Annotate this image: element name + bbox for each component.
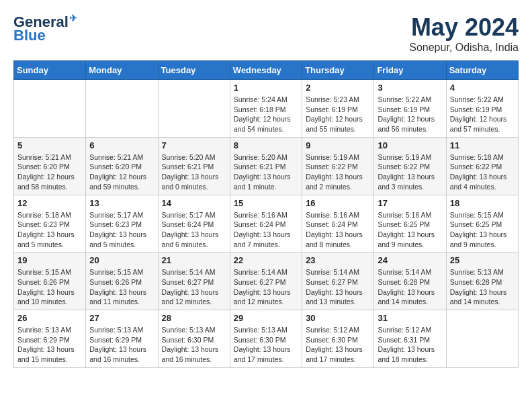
day-number: 30 — [306, 313, 370, 323]
day-info: Sunrise: 5:21 AM Sunset: 6:20 PM Dayligh… — [89, 152, 154, 192]
day-info: Sunrise: 5:18 AM Sunset: 6:22 PM Dayligh… — [450, 152, 515, 192]
day-info: Sunrise: 5:13 AM Sunset: 6:29 PM Dayligh… — [17, 325, 82, 365]
weekday-header-sunday: Sunday — [14, 61, 86, 80]
calendar-cell: 1Sunrise: 5:24 AM Sunset: 6:18 PM Daylig… — [230, 80, 302, 138]
day-number: 15 — [234, 198, 298, 208]
calendar-week-5: 26Sunrise: 5:13 AM Sunset: 6:29 PM Dayli… — [14, 310, 519, 368]
day-number: 23 — [306, 255, 370, 265]
day-info: Sunrise: 5:15 AM Sunset: 6:26 PM Dayligh… — [17, 267, 82, 307]
day-info: Sunrise: 5:23 AM Sunset: 6:19 PM Dayligh… — [306, 95, 370, 134]
calendar-cell: 6Sunrise: 5:21 AM Sunset: 6:20 PM Daylig… — [86, 137, 158, 195]
day-number: 31 — [378, 313, 442, 323]
calendar-cell: 26Sunrise: 5:13 AM Sunset: 6:29 PM Dayli… — [14, 310, 86, 368]
calendar-week-2: 5Sunrise: 5:21 AM Sunset: 6:20 PM Daylig… — [14, 137, 519, 195]
calendar-cell: 8Sunrise: 5:20 AM Sunset: 6:21 PM Daylig… — [230, 137, 302, 195]
calendar-cell: 7Sunrise: 5:20 AM Sunset: 6:21 PM Daylig… — [158, 137, 230, 195]
logo-bird-icon: ✈ — [69, 13, 77, 24]
day-number: 11 — [450, 140, 515, 150]
calendar-cell — [446, 310, 518, 368]
calendar-cell — [158, 80, 230, 138]
calendar-cell: 11Sunrise: 5:18 AM Sunset: 6:22 PM Dayli… — [446, 137, 518, 195]
title-block: May 2024 Sonepur, Odisha, India — [409, 13, 519, 54]
day-number: 12 — [17, 198, 82, 208]
day-number: 19 — [17, 255, 82, 265]
calendar-cell: 9Sunrise: 5:19 AM Sunset: 6:22 PM Daylig… — [302, 137, 374, 195]
weekday-header-tuesday: Tuesday — [158, 61, 230, 80]
calendar-cell: 21Sunrise: 5:14 AM Sunset: 6:27 PM Dayli… — [158, 253, 230, 310]
day-number: 28 — [162, 313, 226, 323]
day-number: 4 — [450, 83, 515, 93]
calendar-week-1: 1Sunrise: 5:24 AM Sunset: 6:18 PM Daylig… — [14, 80, 519, 138]
calendar-cell: 25Sunrise: 5:13 AM Sunset: 6:28 PM Dayli… — [446, 253, 518, 310]
day-number: 9 — [306, 140, 370, 150]
calendar-cell: 17Sunrise: 5:16 AM Sunset: 6:25 PM Dayli… — [374, 195, 446, 253]
day-info: Sunrise: 5:20 AM Sunset: 6:21 PM Dayligh… — [162, 152, 226, 192]
day-number: 27 — [89, 313, 154, 323]
calendar-cell: 23Sunrise: 5:14 AM Sunset: 6:27 PM Dayli… — [302, 253, 374, 310]
calendar-cell: 22Sunrise: 5:14 AM Sunset: 6:27 PM Dayli… — [230, 253, 302, 310]
calendar-week-4: 19Sunrise: 5:15 AM Sunset: 6:26 PM Dayli… — [14, 253, 519, 310]
day-number: 24 — [378, 255, 442, 265]
day-info: Sunrise: 5:18 AM Sunset: 6:23 PM Dayligh… — [17, 210, 82, 250]
day-info: Sunrise: 5:13 AM Sunset: 6:30 PM Dayligh… — [162, 325, 226, 365]
day-info: Sunrise: 5:19 AM Sunset: 6:22 PM Dayligh… — [306, 152, 370, 192]
day-info: Sunrise: 5:14 AM Sunset: 6:28 PM Dayligh… — [378, 267, 442, 307]
calendar-cell: 28Sunrise: 5:13 AM Sunset: 6:30 PM Dayli… — [158, 310, 230, 368]
calendar-body: 1Sunrise: 5:24 AM Sunset: 6:18 PM Daylig… — [14, 80, 519, 368]
calendar-header: SundayMondayTuesdayWednesdayThursdayFrid… — [14, 61, 519, 80]
calendar-table: SundayMondayTuesdayWednesdayThursdayFrid… — [13, 60, 519, 368]
day-number: 26 — [17, 313, 82, 323]
day-info: Sunrise: 5:12 AM Sunset: 6:31 PM Dayligh… — [378, 325, 442, 365]
day-number: 16 — [306, 198, 370, 208]
location-title: Sonepur, Odisha, India — [409, 42, 519, 54]
day-number: 21 — [162, 255, 226, 265]
day-number: 14 — [162, 198, 226, 208]
day-info: Sunrise: 5:13 AM Sunset: 6:29 PM Dayligh… — [89, 325, 154, 365]
day-info: Sunrise: 5:12 AM Sunset: 6:30 PM Dayligh… — [306, 325, 370, 365]
day-number: 7 — [162, 140, 226, 150]
day-info: Sunrise: 5:17 AM Sunset: 6:23 PM Dayligh… — [89, 210, 154, 250]
day-number: 13 — [89, 198, 154, 208]
day-number: 1 — [234, 83, 298, 93]
calendar-cell: 5Sunrise: 5:21 AM Sunset: 6:20 PM Daylig… — [14, 137, 86, 195]
day-info: Sunrise: 5:24 AM Sunset: 6:18 PM Dayligh… — [234, 95, 298, 134]
day-info: Sunrise: 5:22 AM Sunset: 6:19 PM Dayligh… — [378, 95, 442, 134]
calendar-cell: 3Sunrise: 5:22 AM Sunset: 6:19 PM Daylig… — [374, 80, 446, 138]
day-info: Sunrise: 5:16 AM Sunset: 6:25 PM Dayligh… — [378, 210, 442, 250]
calendar-cell — [86, 80, 158, 138]
calendar-cell: 29Sunrise: 5:13 AM Sunset: 6:30 PM Dayli… — [230, 310, 302, 368]
day-info: Sunrise: 5:13 AM Sunset: 6:28 PM Dayligh… — [450, 267, 515, 307]
day-number: 29 — [234, 313, 298, 323]
weekday-header-wednesday: Wednesday — [230, 61, 302, 80]
month-title: May 2024 — [409, 13, 519, 42]
calendar-cell: 24Sunrise: 5:14 AM Sunset: 6:28 PM Dayli… — [374, 253, 446, 310]
day-info: Sunrise: 5:14 AM Sunset: 6:27 PM Dayligh… — [162, 267, 226, 307]
day-info: Sunrise: 5:16 AM Sunset: 6:24 PM Dayligh… — [306, 210, 370, 250]
logo-blue: Blue — [13, 27, 46, 44]
page-header: General✈ Blue May 2024 Sonepur, Odisha, … — [13, 13, 519, 54]
calendar-cell: 20Sunrise: 5:15 AM Sunset: 6:26 PM Dayli… — [86, 253, 158, 310]
day-number: 10 — [378, 140, 442, 150]
calendar-cell: 13Sunrise: 5:17 AM Sunset: 6:23 PM Dayli… — [86, 195, 158, 253]
day-info: Sunrise: 5:16 AM Sunset: 6:24 PM Dayligh… — [234, 210, 298, 250]
calendar-cell: 2Sunrise: 5:23 AM Sunset: 6:19 PM Daylig… — [302, 80, 374, 138]
calendar-cell: 12Sunrise: 5:18 AM Sunset: 6:23 PM Dayli… — [14, 195, 86, 253]
calendar-cell: 19Sunrise: 5:15 AM Sunset: 6:26 PM Dayli… — [14, 253, 86, 310]
weekday-header-thursday: Thursday — [302, 61, 374, 80]
day-number: 20 — [89, 255, 154, 265]
calendar-cell: 15Sunrise: 5:16 AM Sunset: 6:24 PM Dayli… — [230, 195, 302, 253]
weekday-header-friday: Friday — [374, 61, 446, 80]
day-info: Sunrise: 5:19 AM Sunset: 6:22 PM Dayligh… — [378, 152, 442, 192]
day-number: 2 — [306, 83, 370, 93]
calendar-cell: 18Sunrise: 5:15 AM Sunset: 6:25 PM Dayli… — [446, 195, 518, 253]
calendar-cell: 31Sunrise: 5:12 AM Sunset: 6:31 PM Dayli… — [374, 310, 446, 368]
weekday-row: SundayMondayTuesdayWednesdayThursdayFrid… — [14, 61, 519, 80]
day-info: Sunrise: 5:15 AM Sunset: 6:26 PM Dayligh… — [89, 267, 154, 307]
logo: General✈ Blue — [13, 13, 77, 44]
weekday-header-monday: Monday — [86, 61, 158, 80]
calendar-cell: 27Sunrise: 5:13 AM Sunset: 6:29 PM Dayli… — [86, 310, 158, 368]
day-info: Sunrise: 5:15 AM Sunset: 6:25 PM Dayligh… — [450, 210, 515, 250]
calendar-cell: 16Sunrise: 5:16 AM Sunset: 6:24 PM Dayli… — [302, 195, 374, 253]
calendar-cell: 30Sunrise: 5:12 AM Sunset: 6:30 PM Dayli… — [302, 310, 374, 368]
day-number: 5 — [17, 140, 82, 150]
